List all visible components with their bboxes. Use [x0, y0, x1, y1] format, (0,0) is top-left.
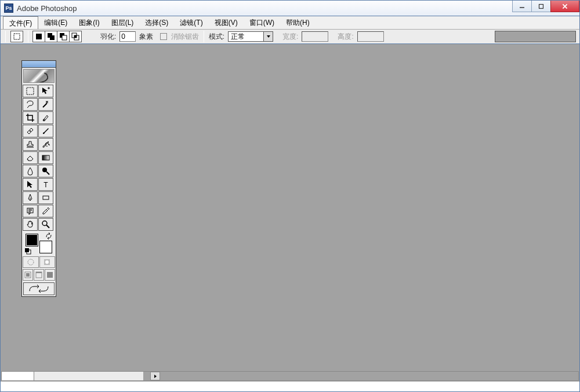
foreground-color[interactable] [26, 234, 38, 246]
screen-fullmenu-button[interactable] [34, 269, 44, 281]
tool-marquee[interactable] [23, 85, 38, 97]
svg-rect-13 [27, 88, 34, 95]
feather-label: 羽化: [100, 32, 116, 42]
palette-well[interactable] [495, 31, 576, 42]
feather-input[interactable] [119, 31, 136, 42]
menu-bar: 文件(F) 编辑(E) 图象(I) 图层(L) 选择(S) 滤镜(T) 视图(V… [0, 16, 580, 29]
standard-mode-button[interactable] [23, 256, 39, 268]
menu-filter[interactable]: 滤镜(T) [174, 16, 208, 29]
tool-pen[interactable] [23, 191, 38, 204]
mode-select[interactable]: 正常 [228, 31, 273, 42]
svg-rect-7 [50, 35, 55, 40]
scroll-rest [143, 372, 578, 380]
menu-help[interactable]: 帮助(H) [280, 16, 316, 29]
tool-healing[interactable] [23, 125, 38, 137]
minimize-button[interactable] [512, 1, 532, 12]
menu-edit[interactable]: 编辑(E) [38, 16, 73, 29]
scroll-right-arrow-icon[interactable] [150, 372, 160, 380]
tool-grid: T [22, 84, 56, 231]
swap-colors-icon[interactable] [45, 233, 53, 239]
mode-value: 正常 [229, 32, 263, 42]
jump-to-imageready-button[interactable] [23, 282, 55, 295]
tool-history-brush[interactable] [38, 138, 53, 151]
height-label: 高度: [338, 32, 353, 42]
svg-rect-27 [26, 273, 30, 277]
selection-intersect-button[interactable] [69, 31, 82, 42]
tool-eraser[interactable] [23, 151, 38, 164]
horizontal-scrollbar[interactable] [1, 371, 579, 381]
separator [204, 31, 204, 42]
tool-brush[interactable] [38, 125, 53, 137]
svg-point-16 [42, 168, 47, 172]
tool-path-select[interactable] [23, 178, 38, 191]
svg-rect-30 [47, 272, 53, 278]
tool-blur[interactable] [23, 165, 38, 177]
chevron-down-icon [263, 32, 273, 41]
tool-slice[interactable] [38, 111, 53, 124]
toolbox-logo[interactable] [23, 69, 55, 83]
tool-eyedropper[interactable] [38, 205, 53, 217]
svg-point-14 [44, 119, 45, 121]
scroll-thumb-area[interactable] [34, 372, 143, 380]
title-bar: Ps Adobe Photoshop [0, 0, 580, 16]
width-input [302, 31, 328, 42]
svg-text:T: T [44, 181, 48, 189]
close-button[interactable] [550, 1, 579, 12]
selection-mode-group [33, 31, 82, 42]
tool-gradient[interactable] [38, 151, 53, 164]
tool-crop[interactable] [23, 111, 38, 124]
svg-point-25 [45, 260, 49, 264]
app-icon: Ps [4, 3, 13, 13]
window-border-bottom [0, 382, 580, 392]
selection-new-button[interactable] [32, 31, 45, 42]
selection-subtract-button[interactable] [57, 31, 70, 42]
svg-rect-15 [42, 155, 49, 160]
window-controls [513, 1, 579, 16]
svg-rect-9 [62, 35, 67, 40]
screen-standard-button[interactable] [23, 269, 33, 281]
menu-select[interactable]: 选择(S) [139, 16, 174, 29]
tool-dodge[interactable] [38, 165, 53, 177]
height-input [357, 31, 384, 42]
tool-zoom[interactable] [38, 218, 53, 231]
menu-view[interactable]: 视图(V) [209, 16, 244, 29]
feather-unit-label: 象素 [139, 32, 153, 42]
tool-stamp[interactable] [23, 138, 38, 151]
mode-label: 模式: [209, 32, 224, 42]
menu-layer[interactable]: 图层(L) [106, 16, 140, 29]
tool-notes[interactable] [23, 205, 38, 217]
svg-rect-4 [14, 34, 20, 39]
separator [28, 31, 28, 42]
screen-mode-row [22, 268, 56, 281]
screen-full-button[interactable] [45, 269, 55, 281]
tool-wand[interactable] [38, 98, 53, 111]
quickmask-mode-button[interactable] [39, 256, 56, 268]
background-color[interactable] [39, 241, 52, 253]
svg-rect-22 [25, 248, 29, 252]
toolbox-header[interactable] [22, 61, 56, 68]
tool-hand[interactable] [23, 218, 38, 231]
tool-shape[interactable] [38, 191, 53, 204]
mask-mode-row [22, 256, 56, 268]
tool-move[interactable] [38, 85, 53, 97]
separator [5, 31, 6, 42]
selection-add-button[interactable] [45, 31, 57, 42]
app-title: Adobe Photoshop [17, 4, 77, 13]
antialias-label: 消除锯齿 [171, 32, 199, 41]
tool-lasso[interactable] [23, 98, 38, 111]
svg-point-20 [42, 221, 47, 226]
menu-file[interactable]: 文件(F) [3, 16, 38, 29]
workspace: T [0, 44, 580, 382]
tool-preset-button[interactable] [10, 31, 23, 42]
antialias-checkbox [160, 33, 167, 40]
tool-type[interactable]: T [38, 178, 53, 191]
maximize-button[interactable] [531, 1, 551, 12]
menu-window[interactable]: 窗口(W) [244, 16, 280, 29]
color-swatch [23, 233, 55, 255]
menu-image[interactable]: 图象(I) [73, 16, 105, 29]
toolbox: T [21, 60, 56, 297]
svg-rect-12 [74, 35, 77, 38]
svg-rect-29 [36, 272, 42, 273]
default-colors-icon[interactable] [24, 248, 31, 255]
svg-rect-18 [43, 196, 49, 199]
